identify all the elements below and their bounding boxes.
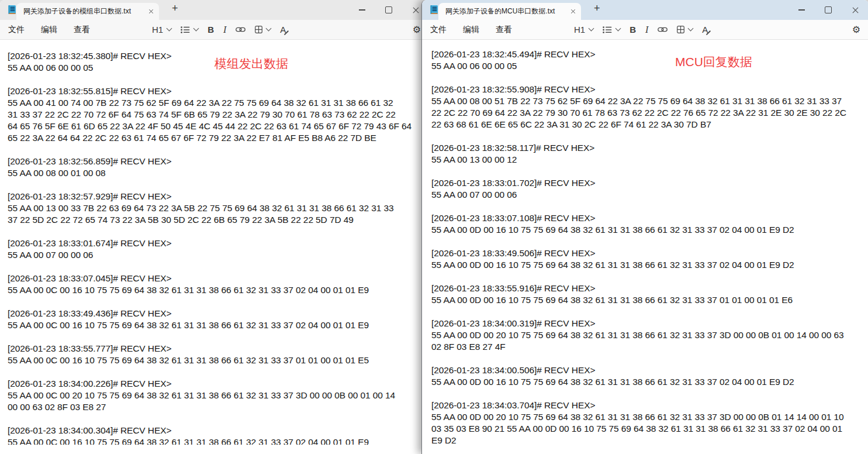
maximize-icon — [825, 6, 832, 13]
settings-gear-icon[interactable]: ⚙ — [852, 25, 860, 35]
log-hex-line: 55 AA 00 13 00 00 12 — [431, 154, 868, 166]
log-hex-line: 55 AA 00 41 00 74 00 7B 22 73 75 62 5F 6… — [8, 97, 429, 109]
log-timestamp-line: [2026-01-23 18:32:45.494]# RECV HEX> — [431, 49, 868, 60]
tab-close-icon[interactable] — [571, 9, 576, 14]
tab-title: 网关添加子设备的模组串口数据.txt — [23, 6, 148, 16]
caption-buttons — [348, 0, 429, 20]
file-tab[interactable]: 网关添加子设备的MCU串口数据.txt — [438, 3, 581, 20]
menu-file[interactable]: 文件 — [8, 25, 25, 35]
log-timestamp-line: [2026-01-23 18:33:07.045]# RECV HEX> — [8, 273, 429, 284]
file-tab[interactable]: 网关添加子设备的模组串口数据.txt — [16, 3, 159, 20]
annotation-mcu-data: MCU回复数据 — [675, 54, 752, 70]
new-tab-button[interactable]: + — [167, 0, 183, 20]
notepad-app-icon — [430, 5, 439, 15]
log-hex-line: 37 22 5D 2C 22 72 65 74 73 22 3A 5B 30 5… — [8, 214, 429, 226]
bold-label: B — [630, 25, 636, 35]
list-button[interactable] — [598, 22, 625, 38]
italic-label: I — [223, 25, 226, 35]
log-hex-line: 55 AA 00 0D 00 16 10 75 75 69 64 38 32 6… — [431, 224, 868, 236]
blank-line — [8, 179, 429, 191]
blank-line — [431, 201, 868, 212]
format-group: H1 B I A — [147, 22, 291, 38]
log-timestamp-line: [2026-01-23 18:34:00.319]# RECV HEX> — [431, 318, 868, 329]
bulleted-list-icon — [181, 26, 190, 33]
maximize-icon — [385, 6, 392, 13]
new-tab-button[interactable]: + — [589, 0, 605, 20]
menu-file[interactable]: 文件 — [430, 25, 447, 35]
log-hex-line: 22 63 68 61 6E 6E 65 6C 22 3A 31 30 2C 2… — [431, 119, 868, 130]
heading-style-button[interactable]: H1 — [147, 22, 176, 38]
log-hex-line: 65 22 3A 22 64 64 22 2C 22 63 61 74 65 6… — [8, 132, 429, 144]
chevron-down-icon — [589, 26, 594, 32]
maximize-button[interactable] — [375, 0, 402, 20]
log-hex-line: 55 AA 00 0D 00 16 10 75 75 69 64 38 32 6… — [431, 376, 868, 388]
blank-line — [431, 353, 868, 364]
bold-button[interactable]: B — [203, 22, 219, 38]
log-timestamp-line: [2026-01-23 18:33:07.108]# RECV HEX> — [431, 212, 868, 224]
blank-line — [8, 261, 429, 273]
log-hex-line: 55 AA 00 06 00 00 05 — [431, 60, 868, 72]
link-button[interactable] — [231, 22, 250, 38]
log-timestamp-line: [2026-01-23 18:33:01.702]# RECV HEX> — [431, 177, 868, 189]
text-editor-area[interactable]: [2026-01-23 18:32:45.380]# RECV HEX>55 A… — [0, 40, 429, 445]
list-button[interactable] — [176, 22, 203, 38]
log-hex-line: 55 AA 00 0D 00 16 10 75 75 69 64 38 32 6… — [431, 294, 868, 306]
log-timestamp-line: [2026-01-23 18:32:55.908]# RECV HEX> — [431, 84, 868, 95]
log-hex-line: 55 AA 00 0D 00 20 10 75 75 69 64 38 32 6… — [431, 329, 868, 341]
log-timestamp-line: [2026-01-23 18:34:03.704]# RECV HEX> — [431, 400, 868, 411]
menu-view[interactable]: 查看 — [496, 25, 512, 35]
blank-line — [431, 271, 868, 283]
heading-style-button[interactable]: H1 — [569, 22, 598, 38]
settings-gear-icon[interactable]: ⚙ — [413, 25, 421, 35]
clear-format-icon: A — [280, 25, 286, 35]
blank-line — [431, 72, 868, 84]
minimize-icon — [798, 9, 805, 10]
log-hex-line: 55 AA 00 0C 00 16 10 75 75 69 64 38 32 6… — [8, 319, 429, 331]
minimize-button[interactable] — [348, 0, 375, 20]
close-button[interactable] — [842, 0, 868, 20]
link-button[interactable] — [653, 22, 672, 38]
heading-label: H1 — [574, 25, 585, 35]
bold-label: B — [208, 25, 214, 35]
log-timestamp-line: [2026-01-23 18:32:58.117]# RECV HEX> — [431, 142, 868, 154]
log-timestamp-line: [2026-01-23 18:33:49.506]# RECV HEX> — [431, 247, 868, 259]
chevron-down-icon — [688, 26, 694, 32]
log-hex-line: 55 AA 00 07 00 00 06 — [8, 249, 429, 261]
menu-view[interactable]: 查看 — [74, 25, 90, 35]
text-editor-area[interactable]: [2026-01-23 18:32:45.494]# RECV HEX>55 A… — [422, 40, 868, 445]
log-hex-line: 55 AA 00 13 00 33 7B 22 63 69 64 73 22 3… — [8, 202, 429, 214]
blank-line — [8, 144, 429, 156]
annotation-module-data: 模组发出数据 — [215, 56, 288, 72]
format-group: H1 B I A — [569, 22, 713, 38]
chevron-down-icon — [615, 26, 621, 32]
clear-format-icon: A — [702, 25, 708, 35]
tab-bar: 网关添加子设备的模组串口数据.txt + — [0, 0, 429, 20]
log-hex-line: 55 AA 00 07 00 00 06 — [431, 189, 868, 201]
log-hex-line: 55 AA 00 0C 00 16 10 75 75 69 64 38 32 6… — [8, 284, 429, 296]
bulleted-list-icon — [603, 26, 612, 33]
italic-button[interactable]: I — [219, 22, 231, 38]
italic-button[interactable]: I — [641, 22, 653, 38]
clear-format-button[interactable]: A — [275, 22, 291, 38]
log-hex-line: 03 35 03 E8 90 21 55 AA 00 0D 00 16 10 7… — [431, 423, 868, 435]
minimize-icon — [359, 9, 365, 10]
bold-button[interactable]: B — [625, 22, 641, 38]
tab-bar: 网关添加子设备的MCU串口数据.txt + — [422, 0, 868, 20]
log-hex-line: E9 D2 — [431, 435, 868, 445]
log-timestamp-line: [2026-01-23 18:33:55.777]# RECV HEX> — [8, 343, 429, 355]
table-icon — [255, 26, 262, 33]
menu-edit[interactable]: 编辑 — [41, 25, 57, 35]
tab-close-icon[interactable] — [149, 9, 154, 14]
log-timestamp-line: [2026-01-23 18:34:00.226]# RECV HEX> — [8, 378, 429, 390]
table-button[interactable] — [250, 22, 275, 38]
chevron-down-icon — [167, 26, 172, 32]
minimize-button[interactable] — [788, 0, 815, 20]
clear-format-button[interactable]: A — [697, 22, 713, 38]
log-hex-line: 31 33 37 22 2C 22 70 72 6F 64 75 63 74 5… — [8, 109, 429, 121]
maximize-button[interactable] — [815, 0, 842, 20]
log-hex-line: 55 AA 00 0C 00 16 10 75 75 69 64 38 32 6… — [8, 355, 429, 366]
menu-edit[interactable]: 编辑 — [463, 25, 479, 35]
toolbar: 文件 编辑 查看 H1 B I A ⚙ — [0, 20, 429, 40]
log-hex-line: 00 00 63 02 8F 03 E8 27 — [8, 401, 429, 413]
table-button[interactable] — [672, 22, 697, 38]
